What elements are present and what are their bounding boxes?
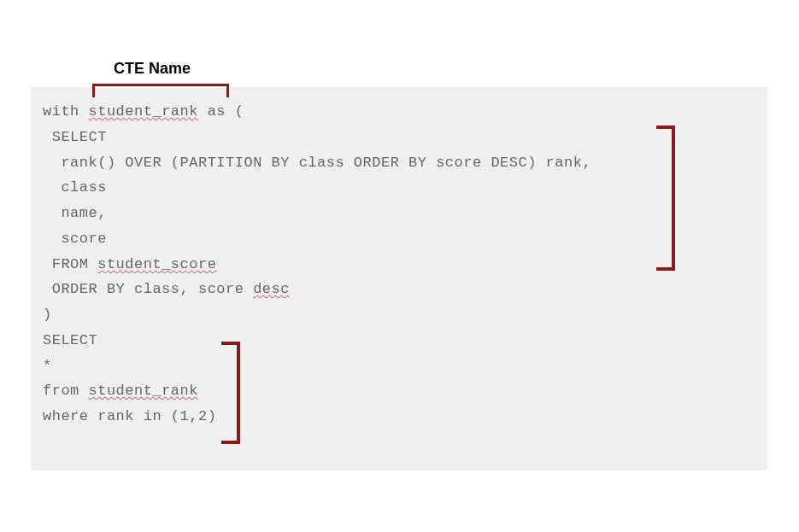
code-line-12: * <box>43 354 755 379</box>
underline-student-rank-1: student_rank <box>89 103 198 120</box>
label-cte-name: CTE Name <box>114 60 191 78</box>
code-line-7: FROM student_score <box>43 252 755 278</box>
code-line-11: SELECT <box>43 328 755 354</box>
code-line-2: SELECT <box>43 125 755 150</box>
code-line-6: score <box>43 226 755 252</box>
code-line-3: rank() OVER (PARTITION BY class ORDER BY… <box>43 150 755 176</box>
code-line-14: where rank in (1,2) <box>43 404 755 430</box>
code-line-4: class <box>43 175 755 201</box>
underline-student-rank-2: student_rank <box>89 383 198 399</box>
code-line-13: from student_rank <box>43 378 755 404</box>
underline-student-score: student_score <box>97 256 216 272</box>
code-line-9: ) <box>43 302 755 328</box>
code-line-8: ORDER BY class, score desc <box>43 277 755 302</box>
code-line-1: with student_rank as ( <box>43 99 755 125</box>
code-block: with student_rank as ( SELECT rank() OVE… <box>31 87 767 471</box>
underline-desc: desc <box>253 281 290 297</box>
code-line-5: name, <box>43 201 755 226</box>
